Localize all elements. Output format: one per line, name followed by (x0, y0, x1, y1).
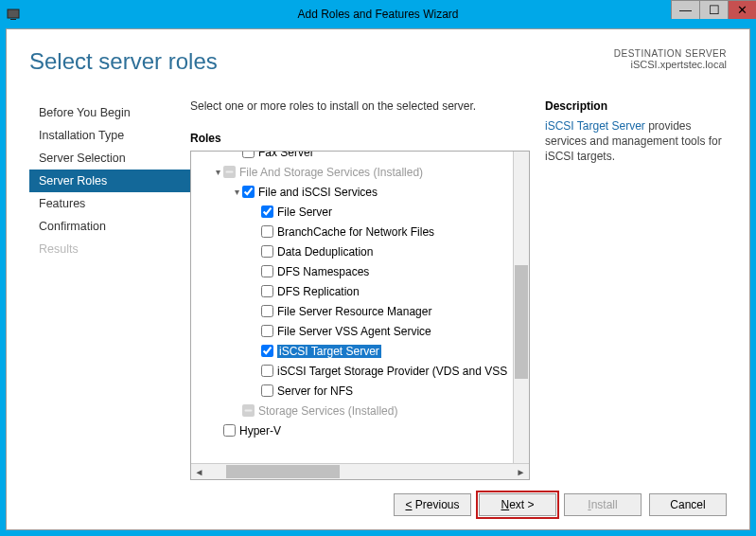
wizard-window: Add Roles and Features Wizard — ☐ ✕ Sele… (0, 0, 756, 536)
nav-item-features[interactable]: Features (29, 192, 190, 215)
tree-node[interactable]: DFS Namespaces (191, 261, 529, 281)
role-checkbox[interactable] (223, 166, 236, 178)
role-checkbox[interactable] (261, 384, 273, 397)
role-checkbox[interactable] (261, 225, 273, 238)
description-text: iSCSI Target Server provides services an… (545, 118, 727, 165)
role-checkbox[interactable] (261, 265, 273, 277)
tree-node[interactable]: File Server VSS Agent Service (191, 321, 529, 341)
role-checkbox[interactable] (261, 205, 273, 218)
wizard-nav: Before You BeginInstallation TypeServer … (29, 99, 190, 480)
scrollbar-thumb[interactable] (515, 265, 528, 379)
cancel-button[interactable]: Cancel (649, 493, 727, 516)
nav-item-confirmation[interactable]: Confirmation (29, 215, 190, 238)
tree-node-label[interactable]: DFS Namespaces (277, 265, 369, 278)
nav-item-server-selection[interactable]: Server Selection (29, 147, 190, 170)
tree-node[interactable]: Storage Services (Installed) (191, 401, 529, 420)
install-button[interactable]: Install (564, 493, 642, 516)
tree-node-label[interactable]: Hyper-V (239, 424, 281, 438)
previous-button[interactable]: < Previous (394, 493, 471, 516)
tree-node-label[interactable]: File And Storage Services (Installed) (239, 166, 423, 179)
tree-node[interactable]: iSCSI Target Server (191, 341, 529, 361)
scrollbar-thumb[interactable] (226, 465, 340, 478)
role-checkbox[interactable] (261, 305, 273, 317)
tree-node[interactable]: DFS Replication (191, 281, 529, 301)
tree-node[interactable]: File Server Resource Manager (191, 301, 529, 321)
nav-item-results: Results (29, 238, 190, 260)
tree-node[interactable]: Data Deduplication (191, 241, 529, 261)
role-checkbox[interactable] (261, 245, 273, 258)
tree-node[interactable]: File Server (191, 202, 529, 222)
tree-node-label[interactable]: File Server VSS Agent Service (277, 325, 431, 338)
tree-node[interactable]: Hyper-V (191, 420, 529, 440)
nav-item-server-roles[interactable]: Server Roles (29, 170, 190, 192)
role-checkbox[interactable] (261, 345, 273, 357)
expander-icon[interactable]: ▾ (212, 167, 223, 177)
tree-node[interactable]: BranchCache for Network Files (191, 222, 529, 241)
tree-node-label[interactable]: iSCSI Target Server (277, 345, 381, 358)
wizard-main: Select one or more roles to install on t… (190, 99, 727, 480)
tree-node[interactable]: iSCSI Target Storage Provider (VDS and V… (191, 361, 529, 381)
minimize-button[interactable]: — (671, 0, 699, 19)
roles-tree-container: Fax Server▾File And Storage Services (In… (190, 151, 530, 480)
roles-label: Roles (190, 132, 530, 145)
role-checkbox[interactable] (242, 404, 255, 417)
expander-icon[interactable]: ▾ (231, 187, 242, 197)
destination-server: DESTINATION SERVER iSCSI.xpertstec.local (614, 48, 727, 70)
scrollbar-track[interactable] (207, 464, 513, 479)
roles-tree[interactable]: Fax Server▾File And Storage Services (In… (191, 152, 529, 463)
nav-item-installation-type[interactable]: Installation Type (29, 124, 190, 147)
tree-node-label[interactable]: DFS Replication (277, 285, 360, 298)
window-controls: — ☐ ✕ (671, 0, 756, 19)
tree-node-label[interactable]: Data Deduplication (277, 245, 373, 259)
titlebar[interactable]: Add Roles and Features Wizard — ☐ ✕ (0, 0, 756, 28)
tree-node-label[interactable]: File Server Resource Manager (277, 305, 431, 318)
tree-node-label[interactable]: Fax Server (258, 152, 314, 159)
role-checkbox[interactable] (261, 285, 273, 297)
nav-item-before-you-begin[interactable]: Before You Begin (29, 101, 190, 124)
close-button[interactable]: ✕ (728, 0, 756, 19)
vertical-scrollbar[interactable] (513, 152, 529, 463)
description-link: iSCSI Target Server (545, 119, 645, 133)
window-title: Add Roles and Features Wizard (0, 8, 756, 21)
scroll-left-icon[interactable]: ◄ (191, 464, 207, 480)
tree-node[interactable]: ▾File And Storage Services (Installed) (191, 162, 529, 182)
role-checkbox[interactable] (261, 365, 273, 377)
destination-label: DESTINATION SERVER (614, 48, 727, 59)
description-label: Description (545, 99, 727, 113)
roles-column: Select one or more roles to install on t… (190, 99, 530, 480)
tree-node-label[interactable]: File Server (277, 205, 332, 219)
tree-node[interactable]: ▾File and iSCSI Services (191, 182, 529, 202)
tree-node-label[interactable]: File and iSCSI Services (258, 186, 378, 199)
page-title: Select server roles (29, 48, 218, 75)
role-checkbox[interactable] (242, 186, 255, 198)
instruction-text: Select one or more roles to install on t… (190, 99, 530, 113)
destination-value: iSCSI.xpertstec.local (614, 59, 727, 70)
tree-node-label[interactable]: BranchCache for Network Files (277, 225, 434, 239)
horizontal-scrollbar[interactable]: ◄ ► (191, 463, 529, 479)
next-button[interactable]: Next > (479, 493, 556, 516)
description-column: Description iSCSI Target Server provides… (545, 99, 727, 480)
wizard-footer: < Previous Next > Install Cancel (29, 480, 727, 516)
tree-node[interactable]: Fax Server (191, 152, 529, 162)
role-checkbox[interactable] (242, 152, 255, 158)
wizard-body: Before You BeginInstallation TypeServer … (29, 99, 727, 480)
scroll-right-icon[interactable]: ► (513, 464, 529, 480)
tree-node-label[interactable]: Server for NFS (277, 384, 353, 398)
wizard-client: Select server roles DESTINATION SERVER i… (6, 28, 750, 530)
wizard-header: Select server roles DESTINATION SERVER i… (29, 48, 727, 75)
role-checkbox[interactable] (223, 424, 236, 437)
role-checkbox[interactable] (261, 325, 273, 337)
tree-node[interactable]: Server for NFS (191, 381, 529, 401)
maximize-button[interactable]: ☐ (699, 0, 728, 19)
tree-node-label[interactable]: Storage Services (Installed) (258, 404, 397, 418)
tree-node-label[interactable]: iSCSI Target Storage Provider (VDS and V… (277, 365, 507, 378)
